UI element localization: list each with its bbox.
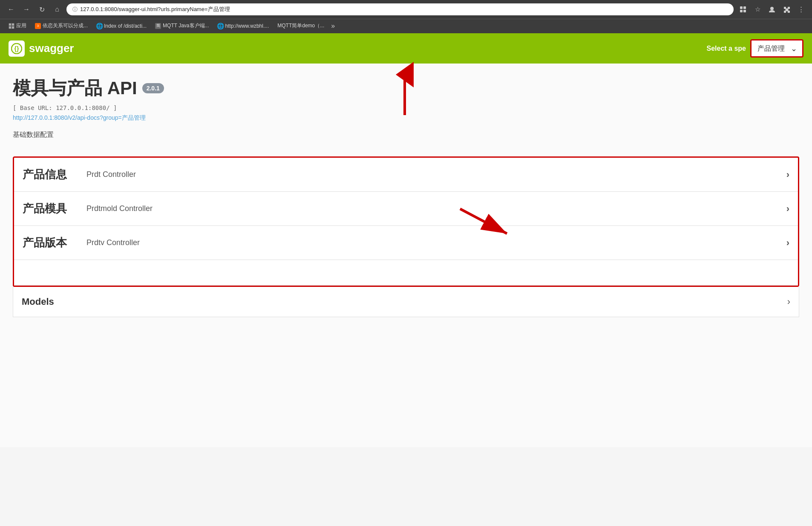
more-button[interactable]: ⋮ xyxy=(795,3,807,15)
bookmark-2-label: Index of /dist/acti... xyxy=(104,23,147,29)
bookmark-4[interactable]: 🌐 http://www.wzbhl.... xyxy=(214,22,273,30)
controller-en-2: Prdtv Controller xyxy=(86,238,786,247)
base-url: [ Base URL: 127.0.0.1:8080/ ] xyxy=(13,104,799,111)
bookmark-2[interactable]: 🌐 Index of /dist/acti... xyxy=(93,22,150,30)
svg-rect-2 xyxy=(740,10,743,12)
puzzle-button[interactable] xyxy=(780,3,792,15)
bookmark-3[interactable]: 简 MQTT Java客户端... xyxy=(152,21,212,31)
bookmark-4-icon: 🌐 xyxy=(218,23,224,29)
swagger-icon: {} xyxy=(9,40,25,57)
bookmark-apps-label: 应用 xyxy=(16,22,26,29)
bookmark-1[interactable]: 3 依恋关系可以分成... xyxy=(32,21,91,31)
empty-row xyxy=(14,260,798,286)
bookmark-star-button[interactable]: ☆ xyxy=(752,3,763,15)
svg-rect-0 xyxy=(740,6,743,9)
controller-item-prdtmold[interactable]: 产品模具 Prdtmold Controller › xyxy=(14,192,798,226)
swagger-header: {} swagger Select a spe 产品管理 ⌄ xyxy=(0,33,812,64)
bookmark-3-label: MQTT Java客户端... xyxy=(163,22,209,29)
bookmarks-bar: 应用 3 依恋关系可以分成... 🌐 Index of /dist/acti..… xyxy=(0,19,812,33)
profile-button[interactable] xyxy=(766,3,778,15)
controller-item-prdt[interactable]: 产品信息 Prdt Controller › xyxy=(14,158,798,192)
models-item[interactable]: Models › xyxy=(13,287,799,317)
address-bar[interactable]: ⓘ 127.0.0.1:8080/swagger-ui.html?urls.pr… xyxy=(66,3,734,15)
controller-chevron-0: › xyxy=(786,169,789,180)
main-content: 模具与产品 API 2.0.1 [ Base URL: 127.0.0.1:80… xyxy=(0,64,812,447)
select-spec-area: Select a spe 产品管理 ⌄ xyxy=(707,39,804,58)
page-wrapper: ← → ↻ ⌂ ⓘ 127.0.0.1:8080/swagger-ui.html… xyxy=(0,0,812,447)
svg-point-4 xyxy=(770,7,774,10)
spec-select-wrapper[interactable]: 产品管理 ⌄ xyxy=(750,39,803,58)
bookmark-3-icon: 简 xyxy=(155,23,161,29)
svg-rect-1 xyxy=(743,6,746,9)
models-chevron-icon: › xyxy=(787,296,790,307)
controller-item-prdtv[interactable]: 产品版本 Prdtv Controller › xyxy=(14,226,798,260)
models-section: Models › xyxy=(13,287,799,317)
swagger-title: swagger xyxy=(29,42,74,55)
api-title-row: 模具与产品 API 2.0.1 xyxy=(13,76,799,100)
browser-chrome: ← → ↻ ⌂ ⓘ 127.0.0.1:8080/swagger-ui.html… xyxy=(0,0,812,33)
swagger-logo: {} swagger xyxy=(9,40,74,57)
svg-rect-7 xyxy=(9,26,11,29)
svg-rect-3 xyxy=(743,10,746,12)
home-button[interactable]: ⌂ xyxy=(51,3,63,15)
select-spec-label: Select a spe xyxy=(707,45,746,52)
bookmark-2-icon: 🌐 xyxy=(96,23,102,29)
controller-en-1: Prdtmold Controller xyxy=(86,204,786,213)
api-description: 基础数据配置 xyxy=(13,130,799,139)
svg-rect-8 xyxy=(12,26,14,29)
forward-button[interactable]: → xyxy=(20,3,32,15)
api-title: 模具与产品 API xyxy=(13,76,137,100)
api-docs-link[interactable]: http://127.0.0.1:8080/v2/api-docs?group=… xyxy=(13,114,146,121)
controller-zh-0: 产品信息 xyxy=(23,167,82,182)
controller-en-0: Prdt Controller xyxy=(86,170,786,179)
reload-button[interactable]: ↻ xyxy=(36,3,48,15)
controller-zh-1: 产品模具 xyxy=(23,201,82,216)
bookmark-1-label: 依恋关系可以分成... xyxy=(43,22,88,29)
lock-icon: ⓘ xyxy=(72,6,78,13)
svg-rect-5 xyxy=(9,23,11,26)
svg-text:{}: {} xyxy=(14,45,19,52)
bookmarks-more-icon: » xyxy=(331,22,335,30)
svg-rect-6 xyxy=(12,23,14,26)
back-button[interactable]: ← xyxy=(5,3,17,15)
controller-zh-2: 产品版本 xyxy=(23,235,82,250)
bookmark-apps[interactable]: 应用 xyxy=(5,21,30,31)
controllers-section: 产品信息 Prdt Controller › 产品模具 Prdtmold Con… xyxy=(13,156,799,287)
apps-icon xyxy=(9,23,14,29)
api-title-section: 模具与产品 API 2.0.1 [ Base URL: 127.0.0.1:80… xyxy=(13,76,799,139)
controller-chevron-2: › xyxy=(786,237,789,249)
version-badge: 2.0.1 xyxy=(142,83,164,93)
spec-select[interactable]: 产品管理 xyxy=(752,40,791,56)
browser-actions: ☆ ⋮ xyxy=(737,3,807,15)
browser-toolbar: ← → ↻ ⌂ ⓘ 127.0.0.1:8080/swagger-ui.html… xyxy=(0,0,812,19)
bookmark-5[interactable]: MQTT简单demo（... xyxy=(274,21,328,31)
bookmark-1-icon: 3 xyxy=(35,23,41,29)
spec-chevron-icon: ⌄ xyxy=(791,44,802,53)
bookmark-4-label: http://www.wzbhl.... xyxy=(225,23,269,29)
controller-chevron-1: › xyxy=(786,203,789,214)
models-label: Models xyxy=(22,296,787,307)
extensions-button[interactable] xyxy=(737,3,749,15)
bookmark-5-label: MQTT简单demo（... xyxy=(277,22,324,29)
address-text: 127.0.0.1:8080/swagger-ui.html?urls.prim… xyxy=(80,6,728,13)
